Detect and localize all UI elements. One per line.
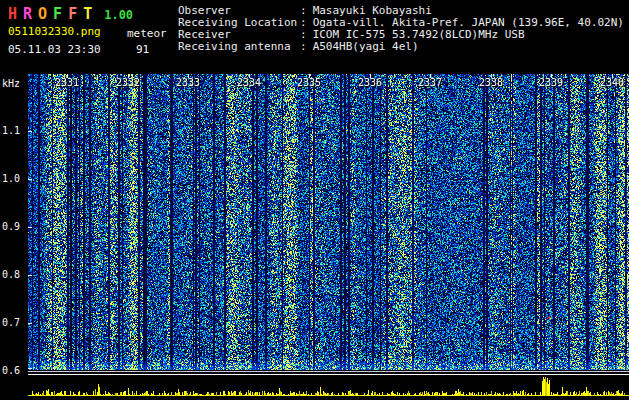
- x-tick-label: 2339: [539, 77, 563, 88]
- info-colon: :: [300, 41, 307, 53]
- observation-datetime: 05.11.03 23:30: [8, 43, 101, 56]
- echo-count: 91: [136, 43, 149, 56]
- x-tick-label: 2340: [600, 77, 624, 88]
- x-tick-label: 2332: [116, 77, 140, 88]
- app-title-letter: T: [83, 5, 93, 23]
- x-tick-label: 2337: [418, 77, 442, 88]
- y-tick-label: 1.0: [2, 173, 20, 184]
- signal-strength-strip-canvas: [28, 377, 629, 396]
- app-title-letter: F: [68, 5, 78, 23]
- app-title: HROFFT1.00: [8, 4, 133, 23]
- app-title-letter: R: [23, 5, 33, 23]
- info-label: Receiving antenna: [178, 41, 300, 53]
- x-tick-label: 2338: [479, 77, 503, 88]
- info-value: A504HB(yagi 4el): [313, 40, 419, 53]
- app-title-letter: O: [38, 5, 48, 23]
- strip-separator-line: [28, 374, 629, 375]
- y-tick-label: 1.1: [2, 125, 20, 136]
- spectrogram-canvas: [28, 74, 629, 370]
- x-tick-label: 2331: [55, 77, 79, 88]
- station-info: Observer:Masayuki Kobayashi Receiving Lo…: [178, 5, 624, 53]
- y-tick-label: 0.9: [2, 221, 20, 232]
- output-filename: 0511032330.png: [8, 25, 101, 38]
- x-tick-label: 2336: [358, 77, 382, 88]
- hrofft-screenshot: HROFFT1.00 0511032330.png meteor 05.11.0…: [0, 0, 629, 400]
- x-tick-label: 2335: [297, 77, 321, 88]
- x-tick-label: 2334: [237, 77, 261, 88]
- app-title-letter: H: [8, 5, 18, 23]
- observation-mode-label: meteor: [127, 27, 167, 40]
- header: HROFFT1.00 0511032330.png meteor 05.11.0…: [0, 0, 629, 72]
- y-tick-label: 0.7: [2, 317, 20, 328]
- grid-line-0.6khz: [28, 371, 629, 372]
- app-title-letter: F: [53, 5, 63, 23]
- x-tick-label: 2333: [176, 77, 200, 88]
- y-tick-label: 0.6: [2, 365, 20, 376]
- y-axis-unit-label: kHz: [2, 78, 20, 89]
- info-row-antenna: Receiving antenna:A504HB(yagi 4el): [178, 41, 624, 53]
- app-version: 1.00: [104, 8, 133, 22]
- y-tick-label: 0.8: [2, 269, 20, 280]
